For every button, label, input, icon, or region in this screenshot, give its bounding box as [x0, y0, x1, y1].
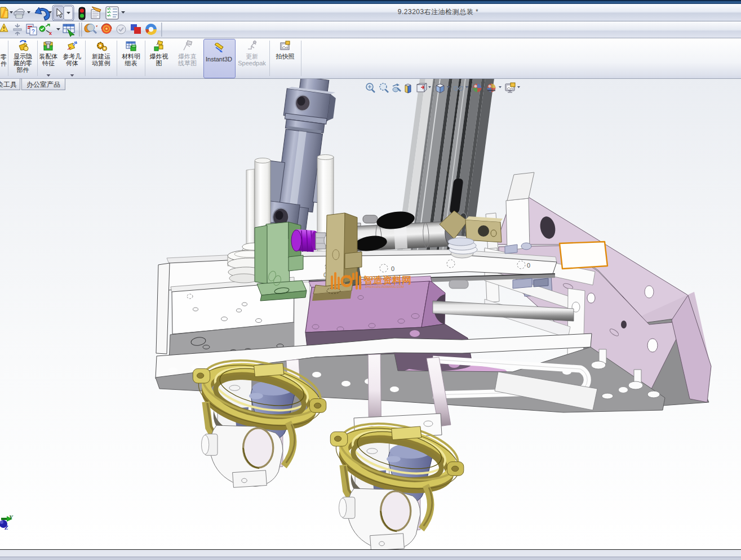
svg-text:0: 0 [391, 265, 394, 272]
svg-text:智造资料网: 智造资料网 [363, 275, 411, 286]
svg-text:0: 0 [527, 262, 530, 269]
svg-text:Z: Z [4, 524, 8, 531]
svg-text:x: x [49, 30, 52, 36]
svg-text:ZHIZAOZILIAOWANG.COM: ZHIZAOZILIAOWANG.COM [365, 285, 404, 288]
svg-text:?: ? [32, 29, 35, 35]
